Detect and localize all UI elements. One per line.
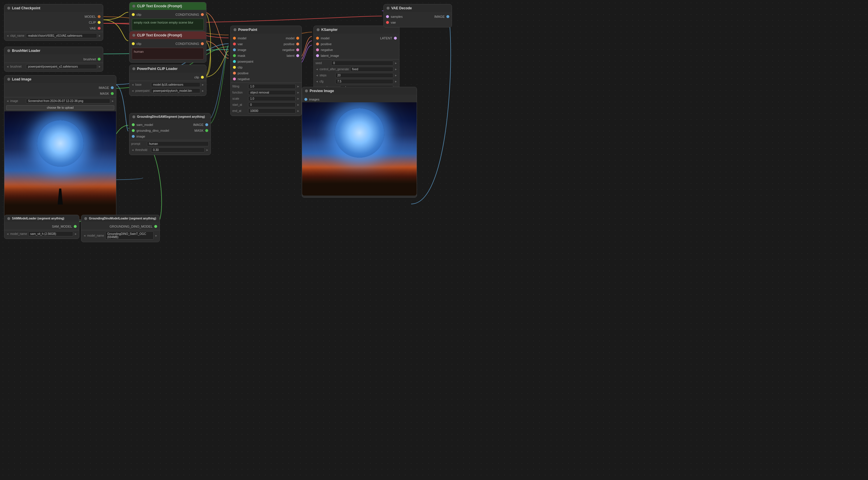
pp-negative-out-port[interactable] <box>296 49 299 51</box>
gdm-out-label: GROUNDING_DINO_MODEL <box>84 225 153 228</box>
grounding-dino-segment-node: GroundingDinoSAMSegment (segment anythin… <box>129 113 211 155</box>
pp-powerpaint-row: powerpaint <box>230 59 302 64</box>
grounding-dino-model-loader-node: GroundingDinoModelLoader (segment anythi… <box>81 215 160 242</box>
pp-model-out-port[interactable] <box>296 37 299 40</box>
ks-model-port[interactable] <box>316 37 319 40</box>
pp-negative-in-port[interactable] <box>233 77 236 81</box>
pp-latent-out-port[interactable] <box>296 54 299 57</box>
image-port[interactable] <box>111 86 114 89</box>
grounding-dino-model-loader-body: GROUNDING_DINO_MODEL ◄ model_name Ground… <box>81 222 159 242</box>
ks-positive-row: positive <box>314 41 399 47</box>
pi-images-label: images <box>309 98 414 101</box>
brushnet-output-row: brushnet <box>4 56 103 62</box>
upload-field-row[interactable]: choose file to upload <box>4 104 116 111</box>
gdm-model-name-value[interactable]: GroundingDINO_SwinT_OGC (694MB) <box>105 231 154 239</box>
brushnet-port[interactable] <box>98 58 101 61</box>
pp-negative-out-label: negative <box>266 48 295 52</box>
clip-port[interactable] <box>98 21 101 24</box>
sam-model-name-value[interactable]: sam_vit_h (2.56GB) <box>28 231 73 236</box>
node-dot <box>317 28 319 31</box>
node-dot <box>7 7 10 10</box>
clip-input-row: clip CONDITIONING <box>129 12 206 18</box>
end-at-value[interactable]: 10000 <box>248 108 296 114</box>
ks-negative-row: negative <box>314 47 399 53</box>
control-after-value[interactable]: fixed <box>350 67 394 72</box>
ks-latent-in-port[interactable] <box>316 54 319 57</box>
mask-out-port[interactable] <box>205 129 208 132</box>
vd-vae-port[interactable] <box>386 21 389 24</box>
pp-powerpaint-port[interactable] <box>233 60 236 63</box>
fitting-field-row: fitting 1.0 ► <box>230 83 302 90</box>
positive-prompt-textarea[interactable]: empty rock over horizon empty scene blur <box>132 19 204 30</box>
start-at-value[interactable]: 0 <box>248 102 296 107</box>
conditioning-port-2[interactable] <box>201 42 204 45</box>
base-value[interactable]: model.fp16.safetensors <box>151 82 200 87</box>
image-in-port[interactable] <box>132 135 135 138</box>
cfg-label: cfg <box>319 80 334 83</box>
clip-input-port[interactable] <box>132 13 135 16</box>
sam-model-port[interactable] <box>132 123 135 126</box>
pi-images-port[interactable] <box>304 98 307 101</box>
powerpaint-node: PowerPaint model model vae positive imag… <box>230 26 302 116</box>
pp-vae-port[interactable] <box>233 42 236 45</box>
clip-out-label: clip <box>132 75 199 79</box>
powerpaint-field-label: powerpaint <box>135 89 150 92</box>
ks-positive-port[interactable] <box>316 42 319 45</box>
brushnet-field-value[interactable]: powerpaint/powerpaint_v2.safetensors <box>26 64 97 69</box>
ckpt-label: ckpt_name <box>10 34 25 37</box>
pp-clip-label: clip <box>238 66 299 69</box>
pp-model-in-port[interactable] <box>233 37 236 40</box>
node-dot <box>305 90 308 92</box>
prompt-value[interactable]: human <box>147 141 209 146</box>
image-out-port[interactable] <box>205 123 208 126</box>
divider <box>4 63 103 63</box>
ckpt-value[interactable]: realisticVisionV60B1_v51VAE.safetensors <box>26 33 97 38</box>
powerpaint-field-value[interactable]: powerpaint/pytorch_model.bin <box>151 88 200 93</box>
load-checkpoint-node: Load Checkpoint MODEL CLIP VAE ◄ ckpt_na… <box>4 4 103 41</box>
cfg-value[interactable]: 7.5 <box>335 79 393 84</box>
ks-negative-port[interactable] <box>316 49 319 51</box>
load-checkpoint-body: MODEL CLIP VAE ◄ ckpt_name realisticVisi… <box>4 12 103 40</box>
ks-latent-port[interactable] <box>394 37 397 40</box>
image-out-label: IMAGE <box>170 123 204 127</box>
scale-value[interactable]: 1.0 <box>248 96 296 101</box>
fitting-value[interactable]: 1.0 <box>248 84 296 89</box>
base-field-row: ◄ base model.fp16.safetensors ► <box>129 82 206 88</box>
pp-powerpaint-label: powerpaint <box>238 60 299 63</box>
vae-decode-header: VAE Decode <box>384 4 452 12</box>
threshold-value[interactable]: 0.30 <box>151 148 205 153</box>
image-field-value[interactable]: Screenshot from 2024-05-07 12-22-38.png <box>26 98 110 103</box>
divider <box>81 230 159 230</box>
clip-label: CLIP <box>7 21 96 24</box>
grounding-dino-model-loader-title: GroundingDinoModelLoader (segment anythi… <box>89 217 156 220</box>
conditioning-port[interactable] <box>201 13 204 16</box>
choose-file-button[interactable]: choose file to upload <box>6 105 114 110</box>
pp-positive-in-port[interactable] <box>233 72 236 74</box>
vae-port[interactable] <box>98 27 101 30</box>
pp-model-row: model model <box>230 35 302 41</box>
pp-positive-row: positive <box>230 70 302 76</box>
pp-positive-out-port[interactable] <box>296 42 299 45</box>
clip-out-port[interactable] <box>201 76 204 79</box>
pp-clip-port[interactable] <box>233 66 236 69</box>
clip-input-port-2[interactable] <box>132 42 135 45</box>
seed-value[interactable]: 0 <box>331 61 393 66</box>
model-port[interactable] <box>98 15 101 18</box>
negative-prompt-textarea[interactable]: human <box>132 48 204 60</box>
function-value[interactable]: object removal <box>248 90 296 95</box>
mask-port[interactable] <box>111 92 114 95</box>
mask-out-label: MASK <box>170 129 204 132</box>
sam-model-label: sam_model <box>136 123 170 127</box>
powerpaint-body: model model vae positive image negative … <box>230 33 302 116</box>
ks-model-row: model LATENT <box>314 35 399 41</box>
gdm-out-port[interactable] <box>154 225 157 228</box>
model-output-row: MODEL <box>4 14 103 20</box>
sam-model-out-port[interactable] <box>74 225 77 228</box>
pp-mask-port[interactable] <box>233 54 236 57</box>
grounding-model-port[interactable] <box>132 129 135 132</box>
steps-value[interactable]: 20 <box>335 73 393 78</box>
gdm-out-row: GROUNDING_DINO_MODEL <box>81 224 159 229</box>
vd-image-port[interactable] <box>446 15 449 18</box>
pp-image-port[interactable] <box>233 49 236 51</box>
vd-samples-port[interactable] <box>386 15 389 18</box>
